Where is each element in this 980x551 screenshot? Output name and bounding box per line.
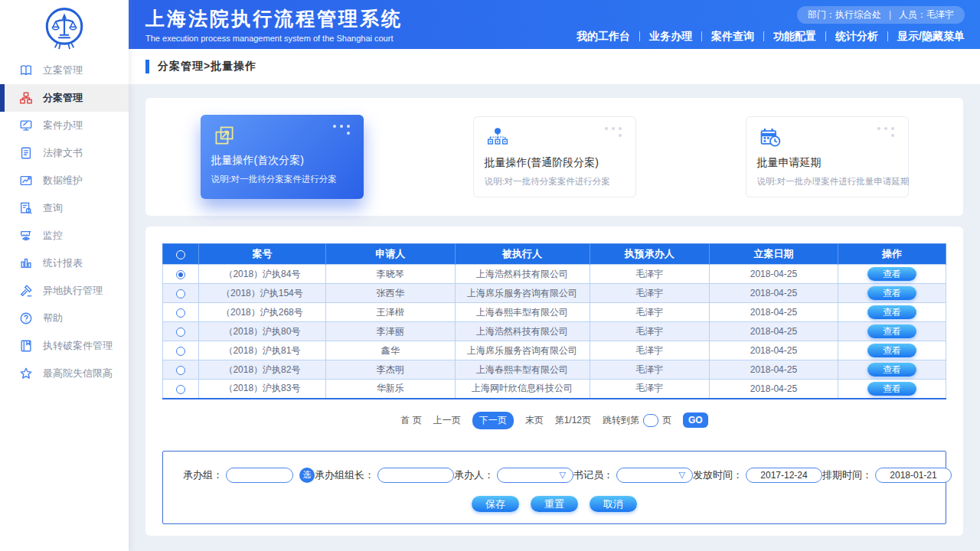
card-slot: 批量申请延期 说明:对一批办理案件进行批量申请延期 [691, 116, 963, 197]
cell-applicant: 王泽楷 [325, 303, 455, 322]
nav-statistical-analysis[interactable]: 统计分析 [835, 30, 878, 44]
nav-case-query[interactable]: 案件查询 [711, 30, 754, 44]
card-batch-first-assignment[interactable]: 批量操作(首次分案) 说明:对一批待分案案件进行分案 [201, 115, 364, 199]
clerk-select[interactable]: ▽ [616, 468, 693, 483]
card-title: 批量申请延期 [757, 156, 897, 170]
nav-toggle-menu[interactable]: 显示/隐藏菜单 [897, 30, 965, 44]
view-button[interactable]: 查看 [867, 324, 916, 338]
card-batch-normal-assignment[interactable]: 批量操作(普通阶段分案) 说明:对一批待分案案件进行分案 [473, 116, 636, 197]
row-radio[interactable] [176, 385, 185, 394]
sidebar-item-legal-documents[interactable]: 法律文书 [0, 139, 129, 167]
nav-my-workbench[interactable]: 我的工作台 [577, 30, 630, 44]
monitor-eye-icon [19, 229, 33, 243]
court-emblem-icon [43, 6, 86, 51]
nav-divider [701, 31, 702, 41]
table-row[interactable]: （2018）沪执268号 王泽楷 上海春熙丰型有限公司 毛泽宇 2018-04-… [163, 303, 946, 322]
group-input[interactable] [226, 468, 293, 483]
view-button[interactable]: 查看 [867, 305, 916, 319]
sidebar-item-monitoring[interactable]: 监控 [0, 222, 129, 249]
issue-date-input[interactable]: 2017-12-24 [746, 468, 822, 483]
clerk-label: 书记员： [573, 468, 613, 482]
group-leader-input[interactable] [377, 468, 454, 483]
breadcrumb-accent [145, 60, 149, 73]
card-desc: 说明:对一批待分案案件进行分案 [485, 176, 625, 187]
search-list-icon [19, 201, 33, 215]
header-radio[interactable] [176, 250, 185, 259]
group-leader-label: 承办组组长： [315, 468, 374, 482]
page-prev[interactable]: 上一页 [433, 414, 461, 427]
nav-divider [825, 31, 826, 41]
schedule-date-input[interactable]: 2018-01-21 [875, 468, 952, 483]
sidebar-item-case-handling[interactable]: 案件办理 [0, 112, 129, 139]
chart-edit-icon [19, 174, 33, 187]
go-button[interactable]: GO [683, 412, 708, 428]
select-all-header [163, 244, 199, 265]
view-button[interactable]: 查看 [867, 363, 916, 377]
nav-function-config[interactable]: 功能配置 [773, 30, 816, 44]
view-button[interactable]: 查看 [867, 382, 916, 396]
card-batch-extension-request[interactable]: 批量申请延期 说明:对一批办理案件进行批量申请延期 [746, 116, 909, 197]
document-icon [19, 146, 33, 160]
reset-button[interactable]: 重置 [531, 496, 578, 512]
jump-page-input[interactable] [643, 414, 658, 427]
table-row[interactable]: （2018）沪执81号 鑫华 上海席乐服务咨询有限公司 毛泽宇 2018-04-… [163, 341, 946, 360]
sidebar-item-label: 分案管理 [43, 91, 83, 105]
nav-business-handling[interactable]: 业务办理 [649, 30, 692, 44]
notebook-icon [19, 339, 33, 353]
cell-respondent: 上海浩然科技有限公司 [455, 322, 590, 341]
sidebar-item-label: 数据维护 [43, 174, 83, 187]
cell-date: 2018-04-25 [710, 322, 838, 341]
sidebar-item-statistics-report[interactable]: 统计报表 [0, 249, 129, 277]
card-title: 批量操作(普通阶段分案) [485, 156, 625, 170]
book-icon [19, 64, 33, 77]
row-radio[interactable] [176, 308, 185, 318]
row-radio[interactable] [176, 328, 185, 337]
sidebar-item-case-assignment[interactable]: 分案管理 [0, 84, 129, 112]
card-title: 批量操作(首次分案) [211, 154, 353, 168]
clerk-field: 书记员： ▽ [573, 468, 693, 483]
assignment-form: 承办组： 选 承办组组长： 承办人： ▽ [162, 451, 946, 524]
cell-handler: 毛泽宇 [590, 322, 710, 341]
cell-date: 2018-04-25 [710, 360, 838, 380]
table-row[interactable]: （2018）沪执84号 李晓琴 上海浩然科技有限公司 毛泽宇 2018-04-2… [163, 265, 946, 284]
handler-select[interactable]: ▽ [497, 468, 573, 483]
table-row[interactable]: （2018）沪执83号 华新乐 上海网叶欣信息科技公司 毛泽宇 2018-04-… [163, 380, 946, 399]
sidebar-item-query[interactable]: 查询 [0, 194, 129, 222]
sidebar-item-data-maintenance[interactable]: 数据维护 [0, 167, 129, 194]
row-radio[interactable] [176, 270, 185, 279]
save-button[interactable]: 保存 [472, 496, 519, 512]
page-last[interactable]: 末页 [525, 414, 544, 427]
choose-button[interactable]: 选 [299, 468, 315, 483]
user-badge: 部门：执行综合处 | 人员：毛泽宇 [797, 6, 965, 24]
top-nav: 我的工作台 业务办理 案件查询 功能配置 统计分析 显示/隐藏菜单 [577, 30, 965, 44]
cell-applicant: 李杰明 [325, 360, 455, 380]
header-title-block: 上海法院执行流程管理系统 The execution process manag… [145, 0, 403, 49]
view-button[interactable]: 查看 [867, 286, 916, 300]
cell-case-no: （2018）沪执81号 [199, 341, 326, 360]
table-row[interactable]: （2018）沪执82号 李杰明 上海春熙丰型有限公司 毛泽宇 2018-04-2… [163, 360, 946, 380]
col-date: 立案日期 [710, 244, 838, 265]
sidebar-item-label: 立案管理 [43, 64, 83, 77]
table-row[interactable]: （2018）沪执80号 李泽丽 上海浩然科技有限公司 毛泽宇 2018-04-2… [163, 322, 946, 341]
row-radio[interactable] [176, 289, 185, 298]
monitor-icon [19, 119, 33, 132]
row-radio[interactable] [176, 366, 185, 375]
page-first[interactable]: 首 页 [400, 414, 421, 427]
sidebar-item-label: 帮助 [43, 311, 63, 325]
row-radio[interactable] [176, 347, 185, 356]
cell-applicant: 张西华 [325, 284, 455, 303]
page-next[interactable]: 下一页 [472, 412, 514, 429]
cancel-button[interactable]: 取消 [590, 496, 637, 512]
view-button[interactable]: 查看 [867, 267, 916, 281]
sidebar-item-case-filing[interactable]: 立案管理 [0, 57, 129, 84]
col-respondent: 被执行人 [455, 244, 590, 265]
table-row[interactable]: （2018）沪执154号 张西华 上海席乐服务咨询有限公司 毛泽宇 2018-0… [163, 284, 946, 303]
sidebar-item-supreme-court-blacklist[interactable]: 最高院失信限高 [0, 360, 129, 387]
cell-handler: 毛泽宇 [590, 303, 710, 322]
sidebar-item-remote-execution[interactable]: 异地执行管理 [0, 277, 129, 305]
cell-respondent: 上海浩然科技有限公司 [455, 265, 590, 284]
cell-date: 2018-04-25 [710, 303, 838, 322]
view-button[interactable]: 查看 [867, 344, 916, 357]
sidebar-item-help[interactable]: 帮助 [0, 305, 129, 332]
sidebar-item-bankruptcy-cases[interactable]: 执转破案件管理 [0, 332, 129, 360]
